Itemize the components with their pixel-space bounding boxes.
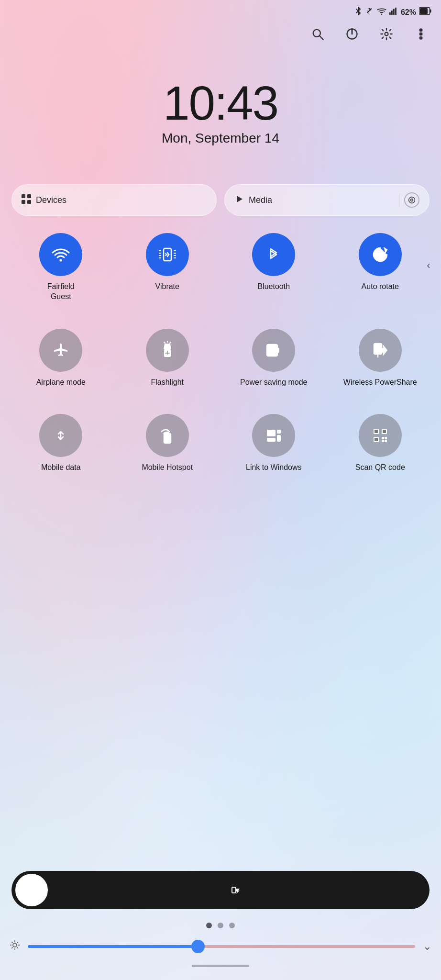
svg-rect-48 <box>277 430 281 434</box>
brightness-thumb[interactable] <box>191 940 205 953</box>
quick-buttons: Devices Media <box>0 184 441 216</box>
search-button[interactable] <box>307 23 328 45</box>
hotspot-circle <box>146 414 189 457</box>
svg-point-12 <box>385 33 388 36</box>
tile-mobiledata[interactable]: Mobile data <box>8 408 114 479</box>
svg-line-66 <box>11 942 12 943</box>
brightness-expand-button[interactable]: ⌄ <box>423 940 431 953</box>
powershare-label: Wireless PowerShare <box>343 378 417 388</box>
svg-rect-40 <box>277 348 279 353</box>
tile-scanqr[interactable]: Scan QR code <box>327 408 434 479</box>
media-divider <box>399 193 399 207</box>
expand-tiles-button[interactable]: ‹ <box>420 257 437 274</box>
svg-rect-16 <box>22 194 25 198</box>
media-button[interactable]: Media <box>224 184 430 216</box>
svg-rect-2 <box>391 11 393 15</box>
bluetooth-circle <box>252 233 295 276</box>
svg-rect-18 <box>22 200 25 204</box>
linktowins-circle <box>252 414 295 457</box>
powershare-circle <box>359 329 402 372</box>
tile-wifi[interactable]: FairfieldGuest <box>8 227 114 308</box>
svg-rect-53 <box>383 430 386 433</box>
tiles-row-3: Mobile data Mobile Hotspot <box>8 408 433 479</box>
more-button[interactable] <box>410 23 431 45</box>
autorotate-label: Auto rotate <box>362 282 399 292</box>
svg-line-69 <box>11 947 12 948</box>
svg-point-13 <box>420 29 422 32</box>
settings-button[interactable] <box>376 23 397 45</box>
hotspot-label: Mobile Hotspot <box>142 463 193 473</box>
nav-bar-line <box>192 965 249 967</box>
svg-line-38 <box>164 342 165 343</box>
tile-linktowins[interactable]: Link to Windows <box>220 408 327 479</box>
svg-line-68 <box>17 942 18 943</box>
svg-rect-17 <box>27 194 31 198</box>
brightness-slider[interactable] <box>28 945 415 948</box>
time-section: 10:43 Mon, September 14 <box>0 50 441 184</box>
power-toggle-bar[interactable] <box>11 871 430 909</box>
mobiledata-label: Mobile data <box>41 463 81 473</box>
tile-powershare[interactable]: Wireless PowerShare <box>327 323 434 393</box>
tile-bluetooth[interactable]: Bluetooth <box>220 227 327 308</box>
dot-1 <box>206 923 212 928</box>
wifi-status-icon <box>377 7 386 18</box>
svg-rect-58 <box>382 440 384 442</box>
brightness-low-icon <box>10 940 20 953</box>
svg-rect-45 <box>164 434 171 443</box>
scanqr-circle <box>359 414 402 457</box>
flashlight-circle <box>146 329 189 372</box>
linktowins-label: Link to Windows <box>246 463 302 473</box>
power-button[interactable] <box>342 23 363 45</box>
svg-rect-3 <box>393 9 395 15</box>
svg-rect-59 <box>385 440 387 442</box>
svg-rect-43 <box>374 353 382 354</box>
devices-icon <box>22 194 31 206</box>
media-circle-icon <box>404 192 419 208</box>
svg-rect-49 <box>277 435 281 442</box>
bluetooth-status-icon <box>354 7 363 18</box>
svg-rect-56 <box>382 437 384 439</box>
dot-3 <box>229 923 235 928</box>
tile-hotspot[interactable]: Mobile Hotspot <box>114 408 221 479</box>
svg-rect-6 <box>430 10 431 13</box>
wifi-circle <box>39 233 82 276</box>
svg-rect-60 <box>232 887 236 893</box>
bottom-section: ⌄ <box>0 871 441 980</box>
svg-point-21 <box>409 197 415 203</box>
tile-airplane[interactable]: Airplane mode <box>8 323 114 393</box>
tile-vibrate[interactable]: Vibrate <box>114 227 221 308</box>
toggle-center-icon <box>48 883 426 897</box>
tile-autorotate[interactable]: Auto rotate <box>327 227 434 308</box>
devices-label: Devices <box>36 195 66 205</box>
svg-rect-55 <box>375 438 378 441</box>
tile-powersaving[interactable]: Power saving mode <box>220 323 327 393</box>
vibrate-label: Vibrate <box>155 282 179 292</box>
autorotate-circle <box>359 233 402 276</box>
media-label: Media <box>249 195 272 205</box>
tiles-row-1: FairfieldGuest Vibrate <box>8 227 433 308</box>
status-bar: 62% <box>0 0 441 22</box>
tile-flashlight[interactable]: Flashlight <box>114 323 221 393</box>
svg-line-67 <box>17 947 18 948</box>
battery-icon <box>419 7 431 18</box>
tiles-section: FairfieldGuest Vibrate <box>0 227 441 479</box>
mute-status-icon <box>365 7 374 18</box>
svg-rect-4 <box>395 8 397 15</box>
svg-rect-19 <box>27 200 31 204</box>
powersaving-label: Power saving mode <box>240 378 308 388</box>
mobiledata-circle <box>39 414 82 457</box>
svg-marker-20 <box>237 196 243 202</box>
scanqr-label: Scan QR code <box>355 463 405 473</box>
svg-rect-47 <box>267 438 276 442</box>
nav-bar <box>0 961 441 970</box>
tiles-row-2: Airplane mode Flashlight <box>8 323 433 393</box>
bluetooth-label: Bluetooth <box>257 282 290 292</box>
svg-point-0 <box>381 13 383 14</box>
status-icons: 62% <box>354 7 431 18</box>
date-display: Mon, September 14 <box>10 131 431 146</box>
battery-percent: 62% <box>401 8 416 17</box>
media-play-icon <box>234 194 244 206</box>
svg-rect-1 <box>389 12 391 15</box>
devices-button[interactable]: Devices <box>11 184 217 216</box>
brightness-row: ⌄ <box>0 940 441 953</box>
